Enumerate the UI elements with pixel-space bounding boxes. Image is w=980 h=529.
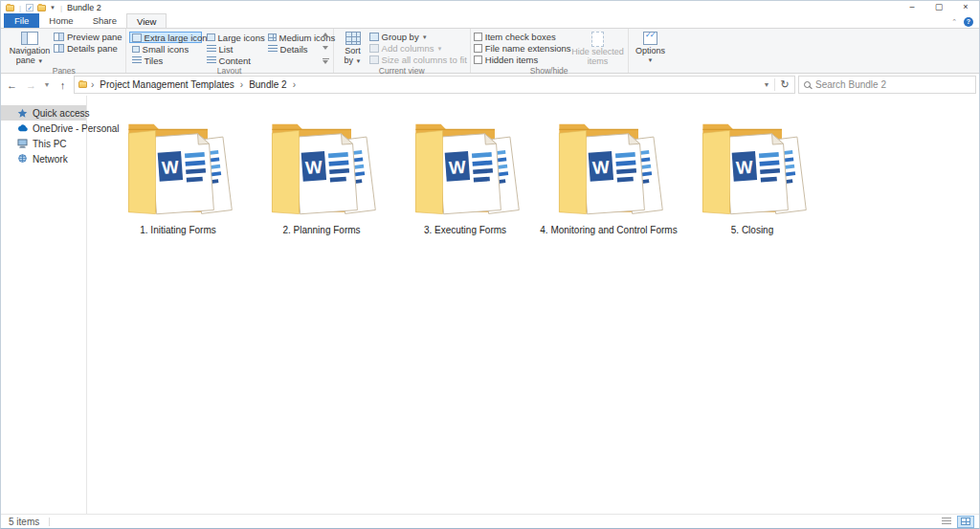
preview-pane-button[interactable]: Preview pane	[54, 32, 122, 42]
separator	[49, 518, 50, 526]
svg-text:W: W	[161, 157, 179, 178]
folder-item[interactable]: W 1. Initiating Forms	[106, 111, 250, 235]
properties-check-icon[interactable]: ✓	[26, 4, 33, 11]
folder-list: W 1. Initiating Forms	[87, 96, 979, 514]
layout-details[interactable]: Details	[265, 43, 321, 55]
layout-gallery: Extra large icons Small icons Tiles Larg…	[129, 31, 321, 66]
forward-button[interactable]: →	[23, 79, 39, 91]
list-icon	[207, 45, 216, 54]
folder-label: 3. Executing Forms	[424, 225, 506, 235]
layout-content[interactable]: Content	[204, 55, 263, 66]
back-button[interactable]: ←	[4, 79, 20, 91]
tab-file[interactable]: File	[4, 13, 39, 28]
tab-view[interactable]: View	[126, 13, 167, 28]
gallery-scroll-down-icon[interactable]	[323, 46, 328, 50]
layout-small-icons[interactable]: Small icons	[129, 43, 202, 55]
folder-label: 2. Planning Forms	[282, 225, 360, 235]
sidebar-item-quick-access[interactable]: Quick access	[1, 105, 86, 121]
thumbnail-view-toggle[interactable]	[957, 516, 974, 528]
details-pane-button[interactable]: Details pane	[54, 43, 122, 54]
breadcrumb-chevron-icon[interactable]: ›	[236, 79, 247, 90]
file-name-extensions-option[interactable]: File name extensions	[474, 43, 571, 54]
refresh-icon[interactable]: ↻	[775, 78, 794, 91]
thumbnail-view-icon	[961, 518, 970, 525]
layout-list[interactable]: List	[204, 43, 263, 55]
quick-access-toolbar: | ✓ ▼ |	[6, 4, 63, 12]
ribbon-group-panes: Navigation pane ▼ Preview pane Details p…	[3, 29, 126, 73]
extra-large-icons-icon	[132, 33, 142, 42]
file-name-extensions-checkbox[interactable]	[474, 44, 482, 53]
gallery-more-icon[interactable]	[323, 58, 329, 64]
qat-customize-caret-icon[interactable]: ▼	[50, 5, 56, 11]
details-pane-icon	[54, 44, 64, 53]
address-bar[interactable]: › Project Management Templates › Bundle …	[74, 76, 795, 94]
ribbon-group-show-hide: Item check boxes File name extensions Hi…	[471, 29, 629, 73]
recent-locations-caret-icon[interactable]: ▼	[42, 81, 52, 88]
close-button[interactable]: ×	[952, 2, 979, 13]
sidebar-item-this-pc[interactable]: This PC	[1, 136, 86, 151]
folder-label: 5. Closing	[731, 225, 773, 235]
layout-tiles[interactable]: Tiles	[129, 55, 202, 66]
ribbon: Navigation pane ▼ Preview pane Details p…	[1, 28, 979, 74]
collapse-ribbon-icon[interactable]: ⌃	[951, 18, 957, 26]
details-view-toggle[interactable]	[938, 516, 955, 528]
tab-share[interactable]: Share	[83, 13, 126, 28]
folder-item[interactable]: W 2. Planning Forms	[250, 111, 393, 235]
hidden-items-checkbox[interactable]	[474, 55, 482, 64]
preview-pane-icon	[54, 33, 64, 41]
explorer-window: | ✓ ▼ | Bundle 2 – ▢ × File Home Share V…	[0, 0, 980, 529]
layout-extra-large-icons[interactable]: Extra large icons	[129, 32, 202, 43]
star-icon	[17, 108, 28, 119]
new-folder-icon[interactable]	[37, 5, 46, 11]
status-bar: 5 items	[1, 514, 979, 528]
help-icon[interactable]: ?	[964, 17, 973, 27]
breadcrumb-item[interactable]: Bundle 2	[247, 79, 288, 90]
maximize-button[interactable]: ▢	[925, 2, 952, 13]
navigation-pane-icon	[21, 32, 38, 45]
size-columns-button[interactable]: Size all columns to fit	[369, 55, 467, 65]
location-folder-icon	[78, 81, 87, 88]
breadcrumb-item[interactable]: Project Management Templates	[98, 79, 235, 90]
group-by-button[interactable]: Group by▼	[369, 32, 467, 42]
ribbon-group-current-view: Sort by ▼ Group by▼ Add columns▼ Size al…	[334, 29, 471, 73]
hidden-items-option[interactable]: Hidden items	[474, 55, 571, 65]
gallery-scroll-controls	[321, 31, 330, 65]
folder-label: 4. Monitoring and Control Forms	[540, 225, 677, 235]
add-columns-button[interactable]: Add columns▼	[369, 43, 467, 54]
options-button[interactable]: Options ▼	[632, 31, 670, 65]
medium-icons-icon	[268, 33, 277, 41]
folder-item[interactable]: W 3. Executing Forms	[393, 111, 537, 235]
gallery-scroll-up-icon[interactable]	[323, 33, 328, 36]
breadcrumb-chevron-icon[interactable]: ›	[289, 79, 300, 90]
folder-with-word-documents-icon: W	[120, 111, 236, 218]
content-icon	[207, 56, 216, 65]
details-icon	[268, 45, 278, 54]
sidebar-item-onedrive[interactable]: OneDrive - Personal	[1, 121, 86, 136]
minimize-button[interactable]: –	[899, 2, 925, 13]
item-check-boxes-option[interactable]: Item check boxes	[474, 32, 571, 42]
item-check-boxes-checkbox[interactable]	[474, 33, 482, 41]
search-input[interactable]	[815, 79, 970, 90]
address-row: ← → ▼ ↑ › Project Management Templates ›…	[1, 74, 979, 96]
large-icons-icon	[207, 33, 215, 41]
navigation-pane-button[interactable]: Navigation pane ▼	[6, 31, 54, 66]
small-icons-icon	[132, 46, 140, 53]
app-folder-icon	[6, 5, 14, 11]
address-dropdown-caret-icon[interactable]: ▼	[759, 81, 774, 88]
hide-selected-items-button[interactable]: Hide selected items	[571, 31, 625, 66]
search-box[interactable]	[798, 76, 976, 94]
sidebar-item-network[interactable]: Network	[1, 151, 86, 166]
hide-selected-items-icon	[591, 32, 604, 47]
folder-item[interactable]: W 4. Monitoring and Control Forms	[537, 111, 680, 235]
breadcrumb-chevron-icon: ›	[87, 79, 98, 90]
folder-with-word-documents-icon: W	[263, 111, 380, 218]
sort-by-button[interactable]: Sort by ▼	[337, 31, 369, 66]
layout-large-icons[interactable]: Large icons	[204, 32, 263, 43]
separator: |	[18, 4, 22, 12]
tab-home[interactable]: Home	[39, 13, 82, 28]
svg-text:W: W	[591, 157, 610, 178]
cloud-icon	[17, 123, 28, 134]
up-button[interactable]: ↑	[55, 79, 71, 91]
folder-item[interactable]: W 5. Closing	[680, 111, 824, 235]
layout-medium-icons[interactable]: Medium icons	[265, 32, 321, 43]
